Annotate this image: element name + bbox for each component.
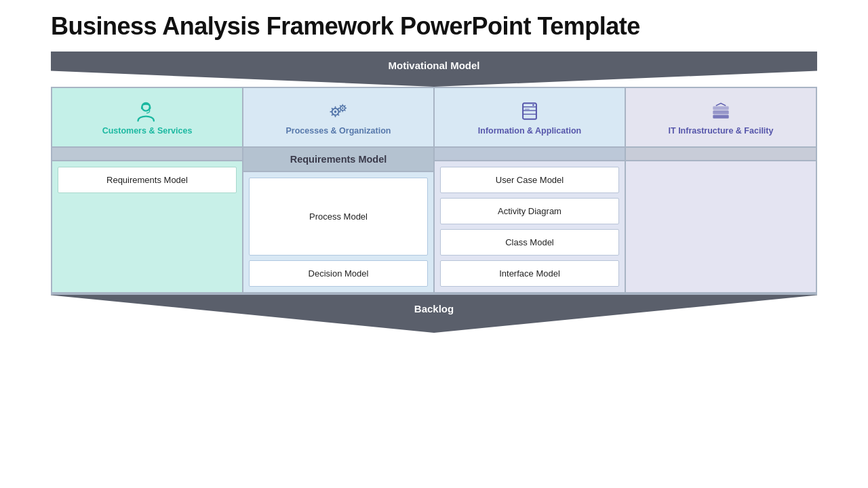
col3-label-clean: Information & Application <box>478 126 581 136</box>
req-cell-4 <box>626 148 816 161</box>
col2-body: Process Model Decision Model <box>243 172 433 292</box>
svg-rect-33 <box>713 106 728 110</box>
svg-point-22 <box>334 110 337 113</box>
svg-point-29 <box>532 104 534 106</box>
req-cell-2: Requirements Model <box>243 148 433 172</box>
class-model-card-clean: Class Model <box>440 229 619 256</box>
activity-diagram-card-clean: Activity Diagram <box>440 198 619 224</box>
database-icon-clean <box>517 99 542 123</box>
col3: Information & Application User Case Mode… <box>435 88 626 292</box>
svg-rect-31 <box>713 115 728 118</box>
col4: IT Infrastructure & Facility <box>626 88 816 292</box>
col2-label-clean: Processes & Organization <box>286 126 391 136</box>
interface-model-card-clean: Interface Model <box>440 260 619 287</box>
page-title-clean: Business Analysis Framework PowerPoint T… <box>51 12 817 41</box>
col2: Processes & Organization Requirements Mo… <box>243 88 435 292</box>
svg-point-24 <box>342 107 344 109</box>
svg-rect-30 <box>525 108 530 109</box>
decision-model-card-clean: Decision Model <box>249 260 428 287</box>
req-model-card: Requirements Model <box>58 167 237 193</box>
bottom-arrow-wrapper: Backlog <box>51 295 817 333</box>
col4-body <box>626 161 816 292</box>
req-cell-3 <box>435 148 625 161</box>
col4-label-clean: IT Infrastructure & Facility <box>669 126 774 136</box>
backlog-label: Backlog <box>414 303 454 314</box>
col1-label-clean: Customers & Services <box>102 126 193 136</box>
svg-rect-32 <box>713 110 728 114</box>
svg-rect-25 <box>523 103 536 119</box>
use-case-card-clean: User Case Model <box>440 167 619 193</box>
process-model-card-clean: Process Model <box>249 178 428 256</box>
col3-body: User Case Model Activity Diagram Class M… <box>435 161 625 292</box>
layers-icon-clean <box>709 99 733 123</box>
col1-header: Customers & Services <box>52 88 242 148</box>
col2-header: Processes & Organization <box>243 88 433 148</box>
svg-rect-19 <box>149 106 151 110</box>
person-icon-clean <box>135 99 159 123</box>
grid: Customers & Services Requirements Model <box>51 87 817 293</box>
top-arrow-wrapper: Motivational Model <box>51 52 817 87</box>
col3-header: Information & Application <box>435 88 625 148</box>
gears-icon-clean <box>326 99 351 123</box>
col4-header: IT Infrastructure & Facility <box>626 88 816 148</box>
svg-rect-18 <box>141 106 143 110</box>
motivational-model-label: Motivational Model <box>389 60 480 71</box>
req-cell-1 <box>52 148 242 161</box>
col1-body: Requirements Model <box>52 161 242 292</box>
req-model-band-label: Requirements Model <box>290 154 387 165</box>
top-chevron: Motivational Model <box>51 52 817 87</box>
framework: Motivational Model Customers & <box>51 52 817 333</box>
col1: Customers & Services Requirements Model <box>52 88 243 292</box>
